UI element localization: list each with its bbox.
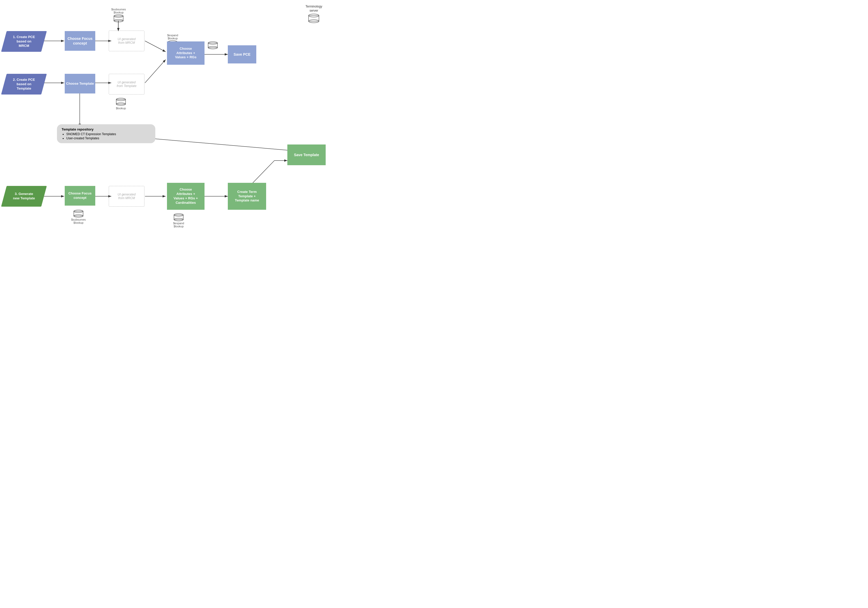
svg-rect-35 <box>74 211 83 216</box>
repo-list: SNOMED CT Expression Templates User-crea… <box>66 132 151 140</box>
svg-rect-32 <box>116 99 126 104</box>
dashed-box-mrcm-row1: UI generated from MRCM <box>109 31 144 51</box>
parallelogram-create-pce-template: 2. Create PCE based on Template <box>1 74 46 95</box>
terminology-server-label: Terminology server <box>305 5 322 13</box>
box-create-term-template: Create Term Template + Template name <box>228 183 266 210</box>
repo-bullet-2: User-created Templates <box>66 136 151 140</box>
box-choose-focus-row3: Choose Focus concept <box>65 186 95 206</box>
db-expand-lookup-label-row3: $expand$lookup <box>173 222 184 228</box>
svg-line-3 <box>145 41 166 52</box>
svg-rect-17 <box>308 16 319 21</box>
svg-line-7 <box>145 60 166 83</box>
terminology-server: Terminology server <box>305 5 322 23</box>
repo-box: Template repository SNOMED CT Expression… <box>57 124 155 143</box>
dashed-box-template-row2: UI generated from Template <box>109 74 144 95</box>
db-save-right-row1 <box>207 42 219 50</box>
repo-title: Template repository <box>62 127 151 131</box>
db-label-subsumes: $subsumes$lookup <box>111 8 126 14</box>
svg-rect-20 <box>114 16 123 21</box>
repo-bullet-1: SNOMED CT Expression Templates <box>66 132 151 136</box>
svg-rect-38 <box>174 215 183 220</box>
parallelogram-create-pce-mrcm: 1. Create PCE based on MRCM <box>1 31 46 52</box>
db-cylinder-3-icon <box>207 42 219 50</box>
db-expand-row3: $expand$lookup <box>173 213 184 228</box>
svg-line-13 <box>250 161 274 186</box>
db-cylinder-5-icon <box>73 210 84 218</box>
db-cylinder-6-icon <box>173 213 184 222</box>
box-choose-attr-row3: Choose Attributes + Values + RGs + Cardi… <box>167 183 205 210</box>
db-lookup-row2: $lookup <box>115 98 127 110</box>
parallelogram-generate-template: 3. Generate new Template <box>1 186 46 207</box>
box-choose-template: Choose Template <box>65 74 95 93</box>
db-lookup-label-row2: $lookup <box>116 107 126 110</box>
dashed-box-mrcm-row3: UI generated from MRCM <box>109 186 144 207</box>
box-save-template: Save Template <box>287 144 326 165</box>
svg-rect-29 <box>208 43 217 48</box>
box-choose-attributes: Choose Attributes + Values + RGs <box>167 42 205 65</box>
db-subsumes-row3: $subsumes$lookup <box>71 210 86 225</box>
db-expand-label: $expand$lookup <box>167 34 178 40</box>
box-save-pce: Save PCE <box>228 45 256 64</box>
db-cylinder-4-icon <box>115 98 127 106</box>
box-choose-focus-row1: Choose Focus concept <box>65 31 95 51</box>
db-icon <box>307 14 320 23</box>
db-subsumes-lookup-label-row3: $subsumes$lookup <box>71 218 86 224</box>
